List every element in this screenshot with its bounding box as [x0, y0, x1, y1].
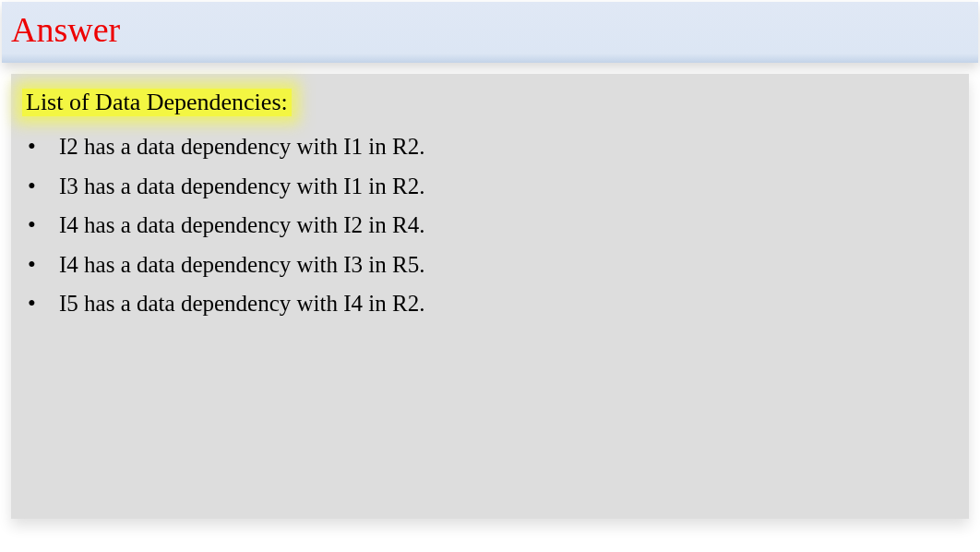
- bullet-icon: •: [28, 167, 59, 207]
- title-bar: Answer: [2, 2, 978, 63]
- list-heading: List of Data Dependencies:: [22, 89, 292, 116]
- list-item-text: I5 has a data dependency with I4 in R2.: [59, 284, 958, 324]
- list-item: • I4 has a data dependency with I2 in R4…: [28, 206, 958, 246]
- bullet-list: • I2 has a data dependency with I1 in R2…: [22, 127, 958, 324]
- list-item: • I5 has a data dependency with I4 in R2…: [28, 284, 958, 324]
- list-item: • I3 has a data dependency with I1 in R2…: [28, 167, 958, 207]
- list-item: • I4 has a data dependency with I3 in R5…: [28, 246, 958, 285]
- bullet-icon: •: [28, 284, 59, 324]
- list-item-text: I2 has a data dependency with I1 in R2.: [59, 127, 958, 167]
- slide-title: Answer: [11, 9, 969, 50]
- list-item: • I2 has a data dependency with I1 in R2…: [28, 127, 958, 167]
- list-item-text: I3 has a data dependency with I1 in R2.: [59, 167, 958, 207]
- bullet-icon: •: [28, 246, 59, 285]
- bullet-icon: •: [28, 206, 59, 246]
- content-area: List of Data Dependencies: • I2 has a da…: [11, 74, 969, 519]
- list-item-text: I4 has a data dependency with I3 in R5.: [59, 246, 958, 285]
- bullet-icon: •: [28, 127, 59, 167]
- slide-container: Answer List of Data Dependencies: • I2 h…: [2, 2, 978, 550]
- list-item-text: I4 has a data dependency with I2 in R4.: [59, 206, 958, 246]
